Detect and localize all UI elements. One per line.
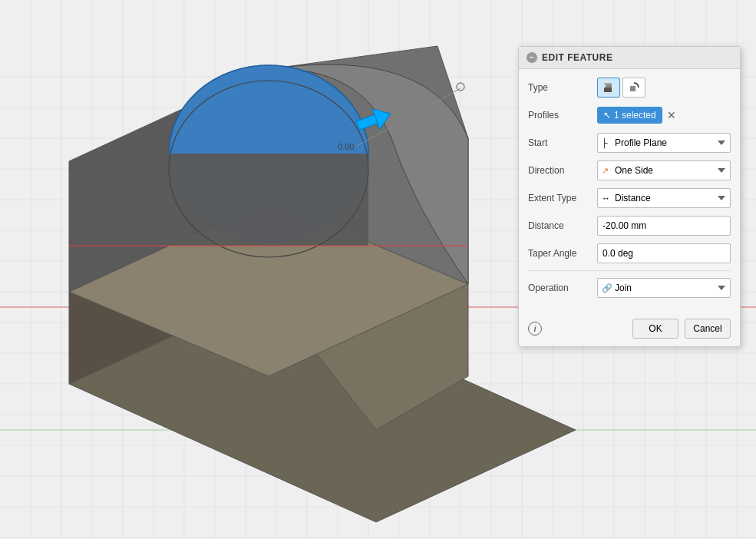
type-row: Type — [528, 77, 731, 98]
direction-select[interactable]: One Side Symmetric Two Sides — [597, 160, 731, 180]
distance-row: Distance — [528, 215, 731, 236]
taper-control — [597, 243, 731, 263]
operation-label: Operation — [528, 283, 597, 293]
extent-select[interactable]: Distance To Object To Next Through All — [597, 188, 731, 208]
svg-rect-61 — [630, 86, 636, 91]
edit-feature-panel: − EDIT FEATURE Type — [518, 46, 741, 347]
ok-button[interactable]: OK — [632, 319, 678, 339]
direction-row: Direction ↗ One Side Symmetric Two Sides — [528, 160, 731, 181]
extent-type-row: Extent Type ↔ Distance To Object To Next… — [528, 187, 731, 209]
distance-control — [597, 216, 731, 236]
profiles-clear-button[interactable]: ✕ — [665, 109, 678, 121]
extent-label: Extent Type — [528, 193, 597, 203]
start-select-wrapper: ├ Profile Plane Offset Object — [597, 133, 731, 153]
profiles-control: ↖ 1 selected ✕ — [597, 107, 731, 124]
taper-angle-row: Taper Angle — [528, 243, 731, 264]
type-control — [597, 78, 731, 98]
panel-title: EDIT FEATURE — [542, 52, 612, 63]
distance-label: Distance — [528, 220, 597, 231]
start-row: Start ├ Profile Plane Offset Object — [528, 132, 731, 154]
taper-label: Taper Angle — [528, 248, 597, 259]
profiles-label: Profiles — [528, 110, 597, 121]
direction-label: Direction — [528, 165, 597, 176]
panel-header: − EDIT FEATURE — [519, 47, 740, 69]
info-button[interactable]: i — [528, 322, 542, 336]
direction-control: ↗ One Side Symmetric Two Sides — [597, 160, 731, 180]
operation-select[interactable]: Join Cut Intersect New Body — [597, 278, 731, 298]
start-control: ├ Profile Plane Offset Object — [597, 133, 731, 153]
type-label: Type — [528, 82, 597, 93]
type-revolve-button[interactable] — [622, 78, 645, 98]
cancel-button[interactable]: Cancel — [685, 319, 731, 339]
revolve-icon — [628, 81, 640, 94]
panel-footer: i OK Cancel — [519, 312, 740, 346]
profiles-row: Profiles ↖ 1 selected ✕ — [528, 104, 731, 126]
panel-body: Type — [519, 69, 740, 312]
extrude-icon — [602, 81, 615, 94]
profiles-count-text: 1 selected — [614, 110, 656, 121]
svg-text:0.00: 0.00 — [338, 142, 354, 151]
start-select[interactable]: Profile Plane Offset Object — [597, 133, 731, 153]
extent-control: ↔ Distance To Object To Next Through All — [597, 188, 731, 208]
operation-row: Operation 🔗 Join Cut Intersect New Body — [528, 277, 731, 299]
cursor-icon: ↖ — [603, 110, 611, 121]
operation-control: 🔗 Join Cut Intersect New Body — [597, 278, 731, 298]
svg-rect-60 — [604, 83, 612, 84]
divider — [528, 270, 731, 271]
taper-input[interactable] — [597, 243, 731, 263]
profiles-selected-button[interactable]: ↖ 1 selected — [597, 107, 662, 124]
distance-input[interactable] — [597, 216, 731, 236]
type-extrude-button[interactable] — [597, 78, 620, 98]
start-label: Start — [528, 137, 597, 148]
extent-select-wrapper: ↔ Distance To Object To Next Through All — [597, 188, 731, 208]
collapse-icon[interactable]: − — [527, 52, 537, 63]
direction-select-wrapper: ↗ One Side Symmetric Two Sides — [597, 160, 731, 180]
svg-rect-58 — [604, 88, 612, 92]
type-btn-group — [597, 78, 645, 98]
operation-select-wrapper: 🔗 Join Cut Intersect New Body — [597, 278, 731, 298]
